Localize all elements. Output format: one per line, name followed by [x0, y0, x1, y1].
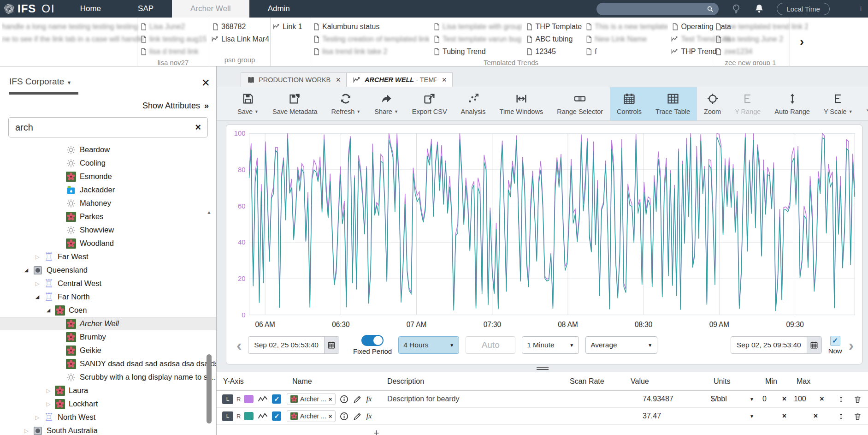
tree-node-sandy-dsad-dsad-sad-asdsa-dsa-[interactable]: SANDY dsad dsad sad asdsa dsa dsa ds...: [0, 357, 216, 370]
link-item[interactable]: Lisa Link Mar4: [211, 33, 269, 45]
left-axis-button[interactable]: L: [222, 394, 233, 404]
trace-visible-checkbox[interactable]: ✓: [272, 394, 281, 404]
expander-collapsed-icon[interactable]: ▷: [42, 401, 54, 407]
search-clear-icon[interactable]: ×: [195, 121, 201, 133]
remove-trace-icon[interactable]: ×: [329, 396, 332, 403]
auto-range-input[interactable]: Auto: [466, 336, 515, 354]
local-time-button[interactable]: Local Time: [777, 3, 830, 15]
toolbar-export-csv[interactable]: Export CSV: [405, 87, 454, 120]
link-item[interactable]: ne to see if the link tab in a case will…: [2, 33, 144, 45]
info-indicator[interactable]: i: [860, 5, 862, 12]
global-search-input[interactable]: [601, 5, 706, 12]
clear-min-icon[interactable]: ×: [782, 412, 786, 420]
link-item[interactable]: Kalumburu status: [312, 20, 430, 33]
clear-min-icon[interactable]: ×: [782, 395, 786, 403]
link-item[interactable]: lisa trend link take 2: [312, 45, 430, 58]
expander-collapsed-icon[interactable]: ▷: [20, 428, 32, 434]
aggregate-select[interactable]: Average ▼: [585, 336, 657, 354]
toolbar-time-windows[interactable]: Time Windows: [493, 87, 550, 120]
chevron-down-icon[interactable]: ▼: [750, 414, 754, 419]
link-item[interactable]: handle a long name testing testing testi…: [2, 20, 144, 33]
max-value[interactable]: 100: [794, 395, 806, 403]
min-value[interactable]: 0: [762, 395, 767, 403]
tab-close-icon[interactable]: ×: [336, 75, 341, 85]
tree-node-scrubby-with-a-long-display-na[interactable]: Scrubby with a long display name to se..…: [0, 370, 216, 384]
fixed-period-toggle[interactable]: [361, 335, 384, 346]
now-checkbox[interactable]: ✓: [830, 336, 840, 346]
tree-node-parkes[interactable]: Parkes: [0, 210, 216, 223]
context-selector[interactable]: IFS Corporate ▼: [9, 77, 72, 87]
trace-visible-checkbox[interactable]: ✓: [272, 411, 281, 421]
toolbar-zoom[interactable]: Zoom: [697, 87, 728, 120]
nav-item-archer-well[interactable]: Archer Well: [172, 0, 249, 18]
trace-name-chip[interactable]: Archer ...×: [287, 393, 336, 405]
auto-scale-updown-icon[interactable]: [838, 395, 844, 404]
link-item[interactable]: lisa d trend link: [139, 45, 207, 58]
link-item[interactable]: Tubing Trend: [432, 45, 522, 58]
tree-node-esmonde[interactable]: Esmonde: [0, 170, 216, 183]
info-icon[interactable]: [339, 411, 349, 421]
lightbulb-icon[interactable]: [731, 3, 742, 14]
link-item[interactable]: link testing aug15: [139, 33, 207, 45]
link-item[interactable]: Lisa template with group: [432, 20, 522, 33]
tree-node-geikie[interactable]: Geikie: [0, 344, 216, 357]
trace-name-chip[interactable]: Archer ...×: [287, 410, 336, 422]
remove-trace-icon[interactable]: ×: [329, 413, 332, 420]
tree-node-beardow[interactable]: Beardow: [0, 143, 216, 156]
edit-pencil-icon[interactable]: [353, 411, 362, 421]
link-item[interactable]: f: [585, 45, 668, 58]
global-search[interactable]: [596, 3, 719, 15]
chevron-down-icon[interactable]: ▼: [750, 397, 754, 402]
toolbar-save[interactable]: Save▼: [230, 87, 266, 120]
clear-max-icon[interactable]: ×: [814, 412, 818, 420]
tab-close-icon[interactable]: ×: [442, 75, 447, 85]
end-time-value[interactable]: Sep 02, 25 09:53:40: [731, 337, 807, 353]
pane-splitter-handle[interactable]: [217, 364, 868, 372]
toolbar-save-metadata[interactable]: Save Metadata: [266, 87, 325, 120]
nav-item-admin[interactable]: Admin: [249, 0, 308, 18]
sidebar-close-button[interactable]: ×: [201, 77, 210, 89]
tab-production-workbook[interactable]: PRODUCTION WORKBOO ×: [241, 72, 347, 87]
link-item[interactable]: Link 1: [272, 20, 308, 33]
notifications-bell-icon[interactable]: [754, 3, 765, 14]
link-item[interactable]: New Link Name: [585, 33, 668, 45]
start-time-value[interactable]: Sep 02, 25 05:53:40: [248, 337, 324, 353]
link-item[interactable]: Testing creation of templated link: [312, 33, 430, 45]
toolbar-trace-table[interactable]: Trace Table: [649, 87, 697, 120]
tree-node-brumby[interactable]: Brumby: [0, 330, 216, 344]
tree-node-laura[interactable]: ▷Laura: [0, 384, 216, 397]
tree-node-central-west[interactable]: ▷♖Central West: [0, 277, 216, 290]
tree-node-far-north[interactable]: ◢♖Far North: [0, 290, 216, 304]
interval-select[interactable]: 1 Minute ▼: [522, 336, 579, 354]
right-axis-button[interactable]: R: [236, 396, 241, 403]
clear-max-icon[interactable]: ×: [820, 395, 824, 403]
link-item[interactable]: Test template varun bug: [432, 33, 522, 45]
link-item[interactable]: ABC tubing: [525, 33, 582, 45]
expander-expanded-icon[interactable]: ◢: [20, 267, 32, 273]
tree-node-coen[interactable]: ◢Coen: [0, 304, 216, 317]
show-attributes-link[interactable]: Show Attributes »: [0, 95, 216, 111]
line-style-icon[interactable]: [257, 412, 269, 420]
tree-node-jackadder[interactable]: Jackadder: [0, 183, 216, 197]
tree-node-queensland[interactable]: ◢Queensland: [0, 263, 216, 277]
tree-search-box[interactable]: ×: [8, 117, 208, 137]
expander-collapsed-icon[interactable]: ▷: [31, 280, 43, 287]
toolbar-y-axis[interactable]: Y Axis▼: [860, 87, 868, 120]
function-fx-icon[interactable]: fx: [366, 411, 372, 421]
tree-node-woodland[interactable]: Woodland: [0, 237, 216, 250]
toolbar-analysis[interactable]: Analysis: [454, 87, 493, 120]
nav-item-home[interactable]: Home: [62, 0, 119, 18]
tree-node-cooling[interactable]: Cooling: [0, 156, 216, 170]
info-icon[interactable]: [339, 394, 349, 404]
calendar-icon[interactable]: [807, 337, 821, 353]
delete-trace-icon[interactable]: [853, 394, 862, 404]
link-item[interactable]: THP Template: [525, 20, 582, 33]
chevron-left-icon[interactable]: ‹: [236, 338, 242, 352]
tree-node-north-west[interactable]: ▷♖North West: [0, 411, 216, 424]
app-logo[interactable]: IFS OI: [0, 0, 62, 18]
expander-collapsed-icon[interactable]: ▷: [31, 414, 43, 421]
tab-archer-well-template[interactable]: ARCHER WELL - TEMPLAT ×: [347, 72, 453, 87]
line-style-icon[interactable]: [257, 395, 269, 403]
toolbar-y-scale[interactable]: Y Scale▼: [817, 87, 860, 120]
link-item[interactable]: Lisa June2: [139, 20, 207, 33]
